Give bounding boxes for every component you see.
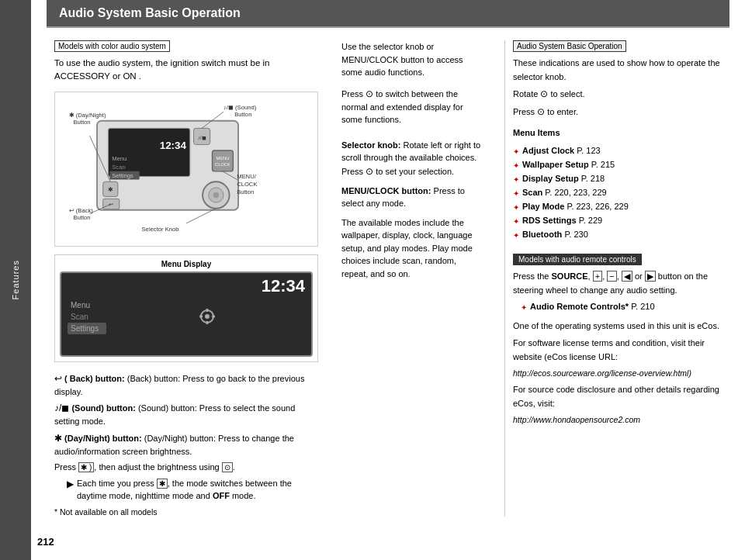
menu-items-list: ✦ Adjust Clock P. 123 ✦ Wallpaper Setup …: [513, 144, 722, 241]
press-enter-text: Press ⊙ to enter.: [513, 105, 722, 119]
page-number: 212: [37, 536, 54, 548]
page-title: Audio System Basic Operation: [47, 0, 729, 28]
svg-point-18: [213, 192, 219, 198]
list-item: ✦ RDS Settings P. 229: [513, 214, 722, 227]
list-item: ✦ Adjust Clock P. 123: [513, 144, 722, 157]
menu-item-settings: Settings: [68, 323, 106, 334]
svg-line-32: [186, 208, 216, 223]
svg-text:Button: Button: [73, 214, 90, 221]
intro-text: To use the audio system, the ignition sw…: [54, 57, 318, 84]
menu-display-title: Menu Display: [60, 260, 313, 268]
bullet-arrow-icon: ▶: [67, 477, 74, 503]
license-url: http://ecos.sourceware.org/license-overv…: [513, 367, 722, 380]
source-code-text: For source code disclosure and other det…: [513, 383, 722, 410]
indications-text: These indications are used to show how t…: [513, 57, 722, 84]
menu-icon: ✦: [513, 188, 519, 199]
right-section-label-2: Models with audio remote controls: [513, 254, 642, 265]
svg-text:✱: ✱: [108, 185, 113, 192]
footnote: * Not available on all models: [54, 507, 318, 517]
use-selector-text: Use the selector knob or MENU/CLOCK butt…: [341, 40, 481, 79]
day-night-button-desc: ✱ (Day/Night) button: (Day/Night) button…: [54, 431, 318, 458]
menu-item-scan: Scan: [68, 311, 106, 323]
middle-text: Use the selector knob or MENU/CLOCK butt…: [334, 40, 489, 517]
license-text: For software license terms and condition…: [513, 337, 722, 364]
gear-icon: [196, 305, 219, 328]
menu-icon: ✦: [513, 230, 519, 241]
press-then-desc: Press ✱ ), then adjust the brightness us…: [54, 461, 318, 474]
svg-text:Scan: Scan: [112, 164, 125, 171]
svg-text:MENU/: MENU/: [237, 173, 257, 180]
svg-text:Button: Button: [73, 118, 90, 125]
svg-text:Button: Button: [237, 188, 254, 195]
section-label: Models with color audio system: [54, 40, 170, 52]
svg-text:♪/◼ (Sound): ♪/◼ (Sound): [224, 104, 257, 111]
svg-rect-38: [199, 316, 203, 318]
right-section-label: Audio System Basic Operation: [513, 40, 626, 52]
svg-text:♪/◼: ♪/◼: [198, 134, 206, 140]
diagram-container: 12:34 Menu Scan Settings ✱ ♪/◼ ↩: [54, 92, 318, 247]
list-item: ✦ Play Mode P. 223, 226, 229: [513, 200, 722, 213]
press-switch-text: Press ⊙ to switch between the normal and…: [341, 87, 481, 126]
list-item: ✦ Display Setup P. 218: [513, 172, 722, 185]
ecos-text: One of the operating systems used in thi…: [513, 320, 722, 334]
svg-text:Button: Button: [234, 110, 251, 117]
diagram-svg: 12:34 Menu Scan Settings ✱ ♪/◼ ↩: [61, 99, 311, 240]
svg-text:↩ (Back): ↩ (Back): [69, 206, 94, 213]
menu-time: 12:34: [68, 276, 305, 296]
svg-text:✱ (Day/Night): ✱ (Day/Night): [69, 111, 106, 118]
sidebar-label: Features: [11, 260, 20, 299]
content-area: Models with color audio system To use th…: [47, 40, 729, 517]
audio-remote-item: ✦ Audio Remote Controls* P. 210: [521, 300, 722, 313]
svg-point-35: [205, 314, 210, 319]
list-item: ✦ Wallpaper Setup P. 215: [513, 158, 722, 171]
svg-text:Menu: Menu: [112, 155, 126, 162]
rotate-text: Rotate ⊙ to select.: [513, 87, 722, 102]
left-column: Models with color audio system To use th…: [54, 40, 318, 517]
menu-items-title: Menu Items: [513, 126, 722, 140]
svg-text:CLOCK: CLOCK: [215, 162, 230, 167]
svg-rect-39: [212, 316, 215, 318]
svg-rect-13: [213, 150, 234, 171]
back-button-desc: ↩ ( Back) button: (Back) button: Press t…: [54, 372, 318, 399]
menu-icon: ✦: [513, 160, 519, 171]
menu-icon: ✦: [513, 174, 519, 185]
svg-text:MENU: MENU: [216, 155, 229, 160]
svg-text:CLOCK: CLOCK: [237, 181, 258, 188]
sound-button-desc: ♪/◼ (Sound) button: (Sound) button: Pres…: [54, 401, 318, 428]
available-modes-text: The available modes include the wallpape…: [341, 216, 481, 281]
svg-text:12:34: 12:34: [160, 140, 187, 151]
menu-item-menu: Menu: [68, 299, 106, 311]
svg-text:Selector Knob: Selector Knob: [142, 225, 179, 232]
menu-display-box: 12:34 Menu Scan Settings: [60, 271, 313, 357]
source-url: http://www.hondaopensource2.com: [513, 413, 722, 427]
svg-text:Settings: Settings: [112, 172, 133, 179]
menu-icon: ✦: [513, 146, 519, 157]
menu-icon: ✦: [513, 216, 519, 227]
menu-clock-text: MENU/CLOCK button: Press to select any m…: [341, 185, 481, 210]
svg-rect-36: [206, 309, 209, 312]
press-source-text: Press the SOURCE, +, −, ◀ or ▶ button on…: [513, 270, 722, 297]
list-item: ✦ Scan P. 220, 223, 229: [513, 186, 722, 199]
svg-rect-37: [206, 321, 209, 324]
sidebar: Features: [0, 0, 31, 560]
audio-remote-icon: ✦: [521, 302, 527, 313]
right-column: Audio System Basic Operation These indic…: [504, 40, 722, 517]
bullet-each-time: ▶ Each time you press ✱, the mode switch…: [67, 477, 318, 503]
selector-knob-text: Selector knob: Rotate left or right to s…: [341, 139, 481, 178]
main-content: Audio System Basic Operation Models with…: [31, 0, 745, 532]
menu-icon: ✦: [513, 202, 519, 213]
menu-display-container: Menu Display 12:34 Menu Scan Settings: [54, 254, 318, 362]
list-item: ✦ Bluetooth P. 230: [513, 228, 722, 241]
